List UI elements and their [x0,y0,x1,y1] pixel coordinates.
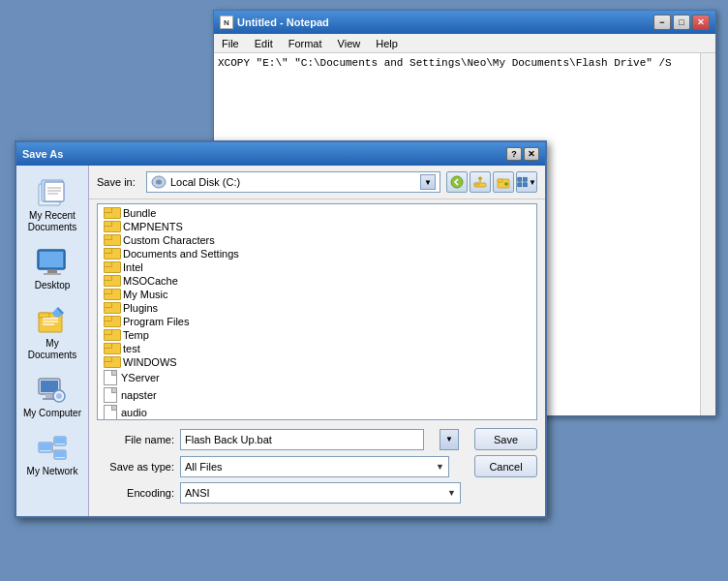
view-dropdown-arrow: ▼ [529,178,536,187]
svg-rect-16 [41,381,58,392]
folder-icon [104,261,119,273]
view-button[interactable]: ▼ [516,171,537,193]
svg-point-30 [156,180,162,185]
encoding-select[interactable]: ANSI ▼ [180,482,461,504]
svg-rect-7 [40,252,63,267]
file-name: Temp [123,329,149,341]
filename-value: Flash Back Up.bat [185,434,272,445]
list-item[interactable]: WINDOWS [100,355,534,369]
sidebar-desktop-label: Desktop [35,280,71,291]
list-item[interactable]: Bundle [100,206,534,220]
menu-view[interactable]: View [334,36,365,51]
svg-rect-39 [523,177,527,181]
list-item[interactable]: Temp [100,328,534,342]
notepad-menubar: File Edit Format View Help [214,34,715,53]
sidebar-recent-label: My Recent Documents [23,210,81,233]
svg-rect-9 [44,273,61,275]
save-button[interactable]: Save [474,428,537,450]
cancel-button[interactable]: Cancel [474,455,537,477]
list-item[interactable]: YServer [100,369,534,386]
save-in-dropdown-arrow[interactable]: ▼ [420,174,436,190]
svg-rect-33 [474,183,479,185]
up-button[interactable] [470,171,491,193]
sidebar-item-mycomp[interactable]: My Computer [19,371,85,423]
file-name: My Music [123,289,167,300]
list-item[interactable]: Custom Characters [100,233,534,247]
saveas-title-buttons: ? ✕ [506,147,539,161]
svg-rect-35 [498,179,502,182]
filetype-dropdown-arrow: ▼ [436,462,444,472]
file-name: WINDOWS [123,356,177,368]
back-button[interactable] [446,171,468,193]
saveas-help-btn[interactable]: ? [506,147,522,161]
list-item[interactable]: Program Files [100,315,534,328]
saveas-sidebar: My Recent Documents Desktop [16,166,89,516]
sidebar-item-mydocs[interactable]: My Documents [19,301,85,365]
folder-icon [104,234,119,246]
file-list[interactable]: BundleCMPNENTSCustom CharactersDocuments… [97,203,537,420]
saveas-titlebar: Save As ? ✕ [16,142,545,166]
save-in-select[interactable]: Local Disk (C:) ▼ [146,171,440,193]
list-item[interactable]: napster [100,386,534,404]
filetype-row: Save as type: All Files ▼ Cancel [97,455,537,477]
svg-point-31 [451,176,463,188]
folder-icon [104,302,119,314]
saveas-dialog: Save As ? ✕ My Recent Documen [15,140,547,518]
menu-format[interactable]: Format [285,36,326,51]
notepad-maximize-btn[interactable]: □ [673,15,690,30]
notepad-titlebar-buttons: − □ ✕ [653,15,710,30]
list-item[interactable]: Plugins [100,301,534,315]
saveas-footer: File name: Flash Back Up.bat ▼ Save Save… [89,424,545,516]
file-name: CMPNENTS [123,221,183,232]
up-icon [473,175,487,189]
notepad-minimize-btn[interactable]: − [653,15,671,30]
sidebar-item-recent[interactable]: My Recent Documents [19,173,85,237]
notepad-scrollbar[interactable] [700,53,715,415]
my-documents-icon [37,305,68,336]
file-name: test [123,343,140,354]
file-name: YServer [121,372,160,383]
svg-rect-2 [45,182,64,201]
encoding-dropdown-arrow: ▼ [447,488,456,498]
list-item[interactable]: CMPNENTS [100,220,534,233]
menu-help[interactable]: Help [372,36,402,51]
filename-input[interactable]: Flash Back Up.bat [180,429,424,450]
svg-rect-8 [47,269,57,273]
svg-rect-41 [523,183,527,187]
list-item[interactable]: test [100,342,534,355]
my-computer-icon [37,375,68,406]
new-folder-button[interactable] [493,171,514,193]
filetype-select[interactable]: All Files ▼ [180,456,449,477]
menu-file[interactable]: File [218,36,243,51]
sidebar-mydocs-label: My Documents [23,338,81,361]
saveas-close-btn[interactable]: ✕ [524,147,539,161]
toolbar-nav-buttons: ▼ [446,171,537,193]
list-item[interactable]: audio [100,404,534,420]
notepad-close-btn[interactable]: ✕ [692,15,710,30]
list-item[interactable]: MSOCache [100,274,534,288]
filename-dropdown-arrow[interactable]: ▼ [440,429,459,450]
saveas-toolbar: Save in: Local Disk (C:) ▼ [89,166,545,199]
file-name: MSOCache [123,275,178,287]
notepad-app-icon: N [220,15,233,29]
file-icon [104,405,117,420]
svg-rect-11 [39,313,49,318]
encoding-label: Encoding: [97,487,174,499]
saveas-title: Save As [22,148,63,160]
list-item[interactable]: Documents and Settings [100,247,534,260]
notepad-text: XCOPY "E:\" "C:\Documents and Settings\N… [218,57,672,69]
filetype-label: Save as type: [97,461,174,473]
file-name: Plugins [123,302,158,314]
sidebar-item-mynet[interactable]: My Network [19,429,85,481]
menu-edit[interactable]: Edit [251,36,277,51]
list-item[interactable]: Intel [100,260,534,274]
sidebar-item-desktop[interactable]: Desktop [19,243,85,295]
file-icon [104,387,117,403]
list-item[interactable]: My Music [100,288,534,301]
notepad-title-left: N Untitled - Notepad [220,15,329,29]
recent-docs-icon [37,177,68,208]
notepad-title: Untitled - Notepad [237,16,329,28]
folder-icon [104,343,119,354]
file-name: Custom Characters [123,234,215,246]
svg-rect-40 [518,183,522,187]
